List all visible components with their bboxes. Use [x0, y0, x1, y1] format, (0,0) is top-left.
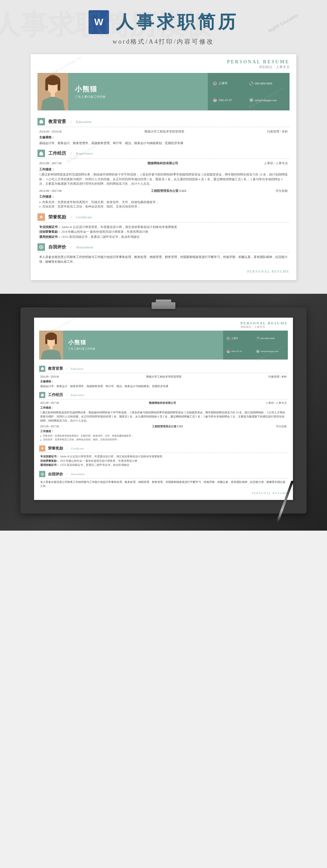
award-label-1: 专业技能证书： [39, 225, 61, 229]
contact-email-small: ✉ info@tukuppt.com [256, 346, 285, 357]
job2-label-small: 工作描述： [40, 429, 287, 433]
contact-location-text: 上海市 [218, 81, 228, 86]
awards-slash: / [71, 215, 72, 219]
svg-rect-22 [49, 345, 53, 349]
svg-rect-21 [55, 336, 57, 344]
edu-date: 2014.09 - 2018.06 [39, 129, 62, 134]
svg-marker-9 [40, 120, 43, 121]
exp-slash: / [71, 151, 72, 155]
svg-rect-5 [58, 80, 60, 91]
contact-section: 📍 上海市 📞 000 0000 0000 📅 1991-07-07 ✉ inf… [208, 73, 290, 110]
job1-row: 2013.09 - 2017.06 熊猫网络科技有限公司 人事部 / 人事专员 [39, 161, 288, 166]
main-title-area: W 人事求职简历 [20, 10, 307, 34]
contact-phone-small: 📞 000 0000 0000 [256, 333, 285, 345]
pr-title-small: PERSONAL RESUME [240, 321, 288, 325]
contact-email-text-small: info@tukuppt.com [261, 350, 279, 353]
location-icon: 📍 [213, 81, 217, 86]
contact-phone: 📞 000 0000 0000 [249, 76, 284, 91]
award-row2-small: 活动荣誉奖励： 2018 年峨山初年会一 最有价值简历设计师奖章，年度优秀设计师 [40, 459, 287, 463]
contact-location-text-small: 上海市 [231, 337, 238, 340]
exp-content-small: 2013.09 - 2017.06 熊猫网络科技有限公司 人事部 / 人事专员 … [39, 401, 288, 442]
award-content-3: CET4 英语四级证书，普通话二级甲等证书，机动车驾驶证 [61, 235, 139, 239]
job2-b2-small: ■ 活动支持：负责学校员工活动，各种会议安排、组织、文体活动安排等； [40, 438, 287, 442]
job1-position: 人事部 / 人事专员 [264, 161, 288, 166]
assess-content-small: 本人具备全面负责公司财务工作的经验与工作能力包括日常事务处理、账务处理、纳税管理… [39, 480, 288, 488]
svg-rect-7 [51, 92, 55, 97]
job1-date-small: 2013.09 - 2017.06 [40, 401, 59, 405]
profile-section: 小熊猫 三年人事行政工作经验 📍 上海市 📞 000 0000 0000 📅 1… [37, 73, 290, 110]
edu-header-small: 教育背景 / Education [39, 366, 288, 373]
personal-resume-label: PERSONAL RESUME 求职岗位：人事专员 [227, 59, 290, 70]
education-header: 教育背景 / Education [37, 118, 290, 127]
exp-title-en-small: Experience [71, 393, 84, 397]
job2-date-small: 2013.09 - 2017.06 [40, 425, 59, 429]
pen-tip [277, 520, 279, 523]
edu-title-cn-small: 教育背景 [48, 366, 63, 371]
job2-desc-label: 工作描述： [39, 194, 288, 199]
profile-photo [37, 73, 68, 110]
assess-icon-small [39, 471, 45, 477]
calendar-icon: 📅 [213, 98, 217, 102]
resume-header: PERSONAL RESUME 求职岗位：人事专员 [31, 54, 296, 73]
name-section: 小熊猫 三年人事行政工作经验 [68, 73, 208, 110]
awards-icon-small [39, 445, 45, 452]
awards-header-small: 荣誉奖励 / Certificate [39, 445, 288, 453]
job2-b1-small: ■ 内务支持：负责收发学校传真照片，扫描文档，收发信件、文件，快速包裹的接收等； [40, 434, 287, 438]
email-icon-small: ✉ [256, 350, 260, 353]
job1-company-small: 熊猫网络科技有限公司 [149, 401, 176, 405]
phone-icon: 📞 [249, 81, 253, 86]
svg-rect-8 [40, 121, 43, 123]
edu-title-cn: 教育背景 [48, 119, 66, 125]
job1-desc-label: 工作描述： [39, 167, 288, 172]
resume-header-small: PERSONAL RESUME 求职岗位：人事专员 [34, 318, 293, 331]
contact-email-text: info@tukuppt.com [255, 98, 277, 102]
contact-location: 📍 上海市 [213, 76, 248, 91]
profile-photo-small [39, 331, 63, 360]
award-content-1: Adobe bl 认证设计师资质奖，年度最佳设计师，湖北省创青春创业计划移动专项… [61, 225, 177, 229]
exp-title-en: Experience [76, 151, 93, 155]
job1-date: 2013.09 - 2017.06 [39, 161, 62, 166]
awards-content-small: 专业技能证书： Adobe bl 认证设计师资质奖，年度最佳设计师，湖北省创青春… [39, 455, 288, 468]
contact-birthday: 📅 1991-07-07 [213, 92, 248, 108]
assess-title-en: Assessment [76, 245, 93, 249]
awards-title-cn-small: 荣誉奖励 [48, 446, 63, 451]
subtitle: word格式/A4打印/内容可修改 [20, 37, 307, 46]
svg-marker-27 [41, 447, 44, 450]
profile-sub-small: 三年人事行政工作经验 [68, 347, 218, 351]
award-item-3: 通用技能证书： CET4 英语四级证书，普通话二级甲等证书，机动车驾驶证 [39, 234, 288, 239]
job1-pos-small: 人事部 / 人事专员 [266, 401, 287, 405]
resume-card-top: 精美素材 www.tukuppt.com 精美素材 www.tukuppt.co… [31, 54, 296, 280]
award-row3-small: 通用技能证书： CET4 英语四级证书，普通话二级甲等证书，机动车驾驶证 [40, 463, 287, 468]
profile-section-small: 小熊猫 三年人事行政工作经验 📍 上海市 📞 000 0000 0000 📅 1… [39, 331, 288, 360]
svg-point-29 [42, 474, 43, 475]
edu-major-small: 行政管理 / 本科 [268, 375, 287, 379]
svg-marker-13 [40, 215, 43, 218]
award-item-2: 活动荣誉奖励： 2018 年峨山初年会一 最有价值简历设计师奖章，年度优秀设计师 [39, 229, 288, 234]
award-row1-small: 专业技能证书： Adobe bl 认证设计师资质奖，年度最佳设计师，湖北省创青春… [40, 455, 287, 459]
edu-title-en-small: Education [71, 367, 83, 370]
assessment-header: 自我评价 / Assessment [37, 243, 290, 253]
svg-rect-25 [41, 394, 44, 396]
awards-header: 荣誉奖励 / Certificate [37, 213, 290, 223]
exp-content: 2013.09 - 2017.06 熊猫网络科技有限公司 人事部 / 人事专员 … [37, 161, 290, 209]
contact-birthday-text-small: 1991-07-07 [231, 350, 242, 353]
job2-pos-small: 学生助教 [276, 425, 287, 429]
award-label-3: 通用技能证书： [39, 235, 61, 239]
phone-icon-small: 📞 [256, 337, 260, 340]
profile-name: 小熊猫 [75, 85, 201, 94]
job2-bullet1: 内务支持：负责收发学校传真照片，扫描文档，收发信件、文件，快速包裹的接收等； [39, 200, 288, 205]
svg-rect-23 [41, 368, 44, 370]
pr-subtitle: 求职岗位：人事专员 [227, 65, 290, 70]
awards-title-en: Certificate [76, 215, 92, 219]
assess-title-en-small: Assessment [71, 472, 85, 476]
pr-subtitle-small: 求职岗位：人事专员 [240, 325, 288, 329]
svg-rect-26 [42, 394, 43, 395]
contact-birthday-text: 1991-07-07 [218, 98, 232, 102]
awards-title-en-small: Certificate [71, 447, 84, 450]
edu-slash: / [71, 120, 72, 124]
assess-header-small: 自我评价 / Assessment [39, 471, 288, 478]
assess-content: 本人具备全面负责公司财务工作的经验与工作能力包括日常事务处理、账务处理、纳税管理… [37, 255, 290, 264]
awards-title-cn: 荣誉奖励 [48, 214, 66, 220]
edu-major: 行政管理 / 本科 [267, 129, 288, 134]
contact-phone-text-small: 000 0000 0000 [261, 337, 275, 340]
